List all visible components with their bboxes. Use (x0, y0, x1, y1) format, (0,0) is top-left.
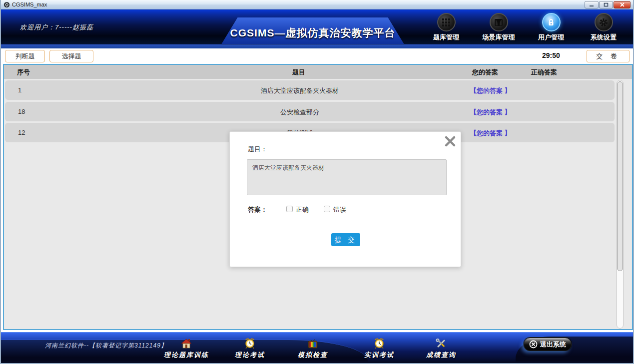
correct-checkbox-label: 正确 (296, 205, 309, 214)
maximize-button[interactable] (599, 1, 613, 8)
copyright-text: 河南兰幻软件--【软著登记字第3112149】 (45, 342, 167, 350)
question-textarea[interactable]: 酒店大堂应该配备灭火器材 (247, 159, 447, 195)
scrollbar-thumb[interactable] (617, 81, 623, 271)
table-row: 18 公安检查部分 【您的答案 】 (5, 102, 615, 121)
close-button[interactable] (614, 1, 631, 8)
footer-item-score-query[interactable]: 成绩查询 (411, 337, 471, 360)
nav-item-scene-library[interactable]: 场景库管理 (473, 12, 525, 42)
welcome-user-text: 欢迎用户：7-----赵振磊 (20, 23, 93, 32)
nav-item-question-bank[interactable]: 题库管理 (420, 12, 472, 42)
nav-item-system-settings[interactable]: 系统设置 (578, 12, 630, 42)
judge-question-tab[interactable]: 判断题 (5, 50, 45, 62)
column-header-title: 题目 (4, 68, 594, 77)
footer-item-theory-exam[interactable]: 理论考试 (220, 337, 280, 360)
gear-icon (595, 13, 613, 31)
tv-icon (283, 337, 343, 349)
curtain-icon (490, 13, 508, 31)
wrong-checkbox[interactable] (324, 206, 330, 212)
submit-paper-button[interactable]: 交 卷 (587, 50, 630, 62)
nav-item-user-management[interactable]: 用户管理 (525, 12, 577, 42)
column-header-correct-answer: 正确答案 (531, 68, 557, 77)
alarm-clock-icon (349, 337, 409, 349)
exam-toolbar: 判断题 选择题 29:50 交 卷 (1, 48, 633, 64)
alarm-clock-icon (220, 337, 280, 349)
top-nav: 题库管理 场景库管理 (420, 12, 630, 47)
grid-icon (437, 13, 456, 31)
window-title: CGSIMS_max (12, 1, 47, 7)
close-icon[interactable] (444, 135, 457, 148)
question-label: 题目： (248, 145, 267, 154)
choice-question-tab[interactable]: 选择题 (49, 50, 93, 62)
unity-app-icon (3, 1, 10, 8)
lock-icon (542, 13, 561, 31)
footer-item-practical-exam[interactable]: 实训考试 (349, 337, 409, 360)
platform-title: CGSIMS—虚拟仿真治安教学平台 (230, 26, 396, 40)
your-answer-link[interactable]: 【您的答案 】 (470, 86, 511, 95)
app-window: CGSIMS_max 欢迎用户：7-----赵振磊 CGSIMS—虚拟仿真治安教… (0, 0, 634, 364)
footer-bar: 河南兰幻软件--【软著登记字第3112149】 理论题库训练 (1, 332, 633, 363)
header: 欢迎用户：7-----赵振磊 CGSIMS—虚拟仿真治安教学平台 题库管理 (1, 9, 633, 48)
table-scrollbar[interactable] (617, 80, 624, 329)
your-answer-link[interactable]: 【您的答案 】 (470, 129, 511, 138)
header-bottom-strip (1, 44, 633, 48)
footer-item-simulated-inspection[interactable]: 模拟检查 (283, 337, 343, 360)
minimize-button[interactable] (585, 1, 599, 8)
exam-timer: 29:50 (542, 51, 560, 59)
table-header-row: 序号 题目 您的答案 正确答案 (4, 65, 632, 79)
footer-item-theory-bank-training[interactable]: 理论题库训练 (156, 337, 216, 360)
house-icon (156, 337, 216, 349)
tools-icon (411, 337, 471, 349)
answer-label: 答案： (248, 205, 267, 214)
titlebar: CGSIMS_max (1, 0, 633, 9)
your-answer-link[interactable]: 【您的答案 】 (470, 108, 511, 117)
exit-system-button[interactable]: 退出系统 (524, 338, 572, 351)
exit-x-circle-icon (529, 340, 538, 349)
table-row: 1 酒店大堂应该配备灭火器材 【您的答案 】 (5, 80, 615, 100)
correct-checkbox[interactable] (286, 206, 293, 212)
wrong-checkbox-label: 错误 (333, 205, 346, 214)
submit-answer-button[interactable]: 提 交 (331, 233, 360, 246)
answer-question-dialog: 题目： 酒店大堂应该配备灭火器材 答案： 正确 错误 提 交 (229, 131, 461, 267)
column-header-your-answer: 您的答案 (472, 68, 498, 77)
